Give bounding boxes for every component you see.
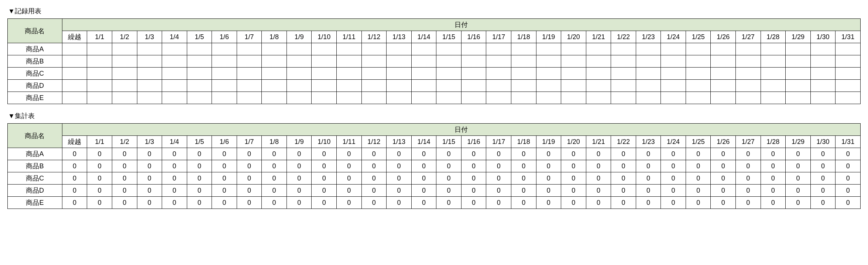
data-cell[interactable] — [411, 92, 436, 104]
data-cell[interactable] — [636, 43, 661, 55]
data-cell[interactable] — [187, 43, 212, 55]
data-cell[interactable] — [137, 43, 162, 55]
data-cell[interactable] — [387, 68, 412, 80]
data-cell[interactable] — [212, 92, 237, 104]
data-cell[interactable] — [337, 92, 362, 104]
data-cell[interactable] — [237, 80, 262, 92]
data-cell[interactable] — [586, 43, 611, 55]
data-cell[interactable] — [62, 68, 87, 80]
data-cell[interactable] — [287, 92, 312, 104]
data-cell[interactable] — [337, 55, 362, 68]
data-cell[interactable] — [761, 80, 786, 92]
data-cell[interactable] — [361, 43, 387, 55]
data-cell[interactable] — [287, 43, 312, 55]
data-cell[interactable] — [162, 80, 187, 92]
data-cell[interactable] — [761, 92, 786, 104]
data-cell[interactable] — [461, 92, 486, 104]
data-cell[interactable] — [461, 80, 486, 92]
data-cell[interactable] — [511, 92, 536, 104]
data-cell[interactable] — [237, 92, 262, 104]
data-cell[interactable] — [536, 68, 561, 80]
data-cell[interactable] — [711, 92, 736, 104]
data-cell[interactable] — [187, 92, 212, 104]
data-cell[interactable] — [536, 55, 561, 68]
data-cell[interactable] — [786, 43, 811, 55]
data-cell[interactable] — [62, 43, 87, 55]
data-cell[interactable] — [436, 80, 462, 92]
data-cell[interactable] — [536, 80, 561, 92]
data-cell[interactable] — [611, 55, 636, 68]
data-cell[interactable] — [661, 43, 686, 55]
data-cell[interactable] — [411, 80, 436, 92]
data-cell[interactable] — [237, 68, 262, 80]
data-cell[interactable] — [112, 68, 137, 80]
data-cell[interactable] — [237, 55, 262, 68]
data-cell[interactable] — [461, 55, 486, 68]
data-cell[interactable] — [836, 68, 861, 80]
data-cell[interactable] — [511, 43, 536, 55]
data-cell[interactable] — [387, 43, 412, 55]
data-cell[interactable] — [387, 55, 412, 68]
data-cell[interactable] — [112, 55, 137, 68]
data-cell[interactable] — [611, 80, 636, 92]
data-cell[interactable] — [810, 92, 836, 104]
data-cell[interactable] — [87, 68, 112, 80]
data-cell[interactable] — [312, 80, 337, 92]
data-cell[interactable] — [586, 55, 611, 68]
data-cell[interactable] — [736, 43, 761, 55]
data-cell[interactable] — [112, 80, 137, 92]
data-cell[interactable] — [436, 43, 462, 55]
data-cell[interactable] — [836, 55, 861, 68]
data-cell[interactable] — [736, 55, 761, 68]
data-cell[interactable] — [436, 68, 462, 80]
data-cell[interactable] — [761, 55, 786, 68]
data-cell[interactable] — [212, 80, 237, 92]
data-cell[interactable] — [536, 43, 561, 55]
data-cell[interactable] — [686, 55, 711, 68]
data-cell[interactable] — [162, 68, 187, 80]
data-cell[interactable] — [561, 92, 586, 104]
data-cell[interactable] — [636, 80, 661, 92]
data-cell[interactable] — [810, 68, 836, 80]
data-cell[interactable] — [836, 92, 861, 104]
data-cell[interactable] — [262, 92, 287, 104]
data-cell[interactable] — [661, 68, 686, 80]
data-cell[interactable] — [361, 80, 387, 92]
data-cell[interactable] — [436, 55, 462, 68]
data-cell[interactable] — [511, 68, 536, 80]
data-cell[interactable] — [212, 68, 237, 80]
data-cell[interactable] — [461, 68, 486, 80]
data-cell[interactable] — [511, 80, 536, 92]
data-cell[interactable] — [162, 55, 187, 68]
data-cell[interactable] — [287, 55, 312, 68]
data-cell[interactable] — [786, 68, 811, 80]
data-cell[interactable] — [112, 43, 137, 55]
data-cell[interactable] — [486, 68, 511, 80]
data-cell[interactable] — [87, 80, 112, 92]
data-cell[interactable] — [836, 80, 861, 92]
data-cell[interactable] — [87, 55, 112, 68]
data-cell[interactable] — [62, 55, 87, 68]
data-cell[interactable] — [337, 80, 362, 92]
data-cell[interactable] — [137, 68, 162, 80]
data-cell[interactable] — [62, 80, 87, 92]
data-cell[interactable] — [411, 43, 436, 55]
data-cell[interactable] — [661, 55, 686, 68]
data-cell[interactable] — [312, 92, 337, 104]
data-cell[interactable] — [810, 80, 836, 92]
data-cell[interactable] — [486, 43, 511, 55]
data-cell[interactable] — [611, 43, 636, 55]
data-cell[interactable] — [187, 80, 212, 92]
data-cell[interactable] — [262, 55, 287, 68]
data-cell[interactable] — [486, 80, 511, 92]
data-cell[interactable] — [711, 80, 736, 92]
data-cell[interactable] — [486, 92, 511, 104]
data-cell[interactable] — [611, 92, 636, 104]
data-cell[interactable] — [361, 92, 387, 104]
data-cell[interactable] — [387, 80, 412, 92]
data-cell[interactable] — [636, 55, 661, 68]
data-cell[interactable] — [586, 92, 611, 104]
data-cell[interactable] — [536, 92, 561, 104]
data-cell[interactable] — [411, 55, 436, 68]
data-cell[interactable] — [711, 43, 736, 55]
